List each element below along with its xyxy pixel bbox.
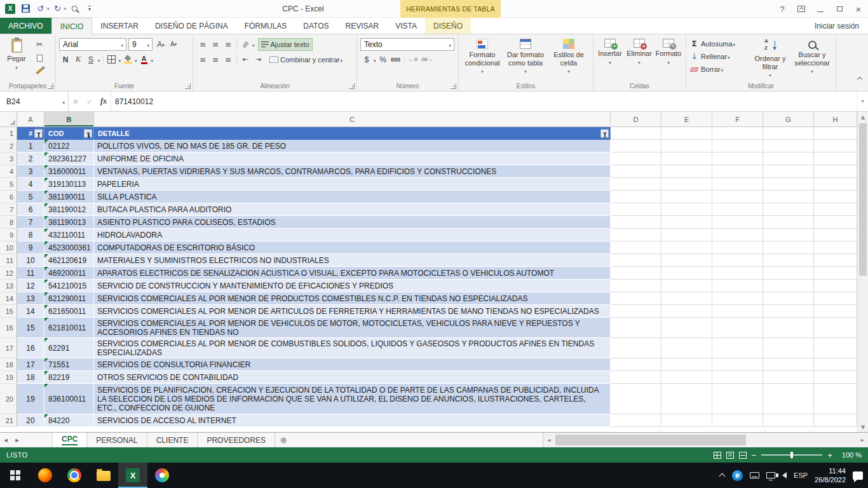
cell-empty[interactable] [661,254,712,267]
cell-empty[interactable] [814,254,857,267]
cell-empty[interactable] [814,371,857,384]
restore-button[interactable] [830,1,849,17]
increase-font-button[interactable]: A [154,38,167,51]
cell-cod[interactable]: 432110011 [44,229,94,241]
cell-empty[interactable] [763,165,814,178]
cell-detalle[interactable]: BUTACA PLASTICA PARA AUDITORIO [94,203,611,216]
action-center-icon[interactable] [853,471,863,480]
cell-num[interactable]: 5 [17,191,44,203]
normal-view-button[interactable] [714,452,721,459]
cell-num[interactable]: 10 [17,254,44,267]
zoom-slider[interactable] [761,454,822,456]
cell-empty[interactable] [814,127,857,140]
cell-num[interactable]: 13 [17,292,44,305]
scroll-down-arrow[interactable]: ▼ [858,422,868,432]
cell-empty[interactable] [611,358,661,371]
align-top-button[interactable]: ≡ [196,38,209,51]
cell-empty[interactable] [661,241,712,254]
page-layout-view-button[interactable] [726,452,734,459]
cell-empty[interactable] [611,267,661,280]
borders-button[interactable] [105,53,118,66]
cell-empty[interactable] [712,178,763,191]
row-number[interactable]: 21 [0,414,17,427]
cell-detalle[interactable]: PAPELERIA [94,178,611,191]
align-left-button[interactable]: ≡ [196,53,209,66]
cell-empty[interactable] [661,305,712,318]
cell-num[interactable]: 3 [17,165,44,178]
column-header-g[interactable]: G [763,112,814,126]
format-as-table-button[interactable]: Dar formato como tabla [504,36,547,79]
undo-dropdown[interactable]: ▾ [47,6,50,11]
cell-num[interactable]: 7 [17,216,44,229]
cell-empty[interactable] [611,318,661,338]
cell-empty[interactable] [712,371,763,384]
underline-button[interactable]: S [85,53,97,66]
number-format-select[interactable]: Texto [360,38,454,51]
accounting-format-button[interactable]: $ [360,53,373,66]
cell-num[interactable]: 9 [17,241,44,254]
cell-detalle[interactable]: SERVICIO DE CONSTRUCCION Y MANTENIMIENTO… [94,280,611,292]
cell-empty[interactable] [611,305,661,318]
cell-empty[interactable] [814,140,857,152]
ribbon-tab-revisar[interactable]: REVISAR [337,18,388,34]
cell-empty[interactable] [814,152,857,165]
cell-empty[interactable] [712,229,763,241]
cell-cod[interactable]: 319130113 [44,178,94,191]
hidden-icons-chevron[interactable] [720,473,725,478]
taskbar-clock[interactable]: 11:44 26/8/2022 [815,466,846,485]
percent-style-button[interactable]: % [377,53,390,66]
filter-button-cod[interactable] [84,130,92,138]
row-number[interactable]: 5 [0,178,17,191]
cell-detalle[interactable]: SERVICIOS COMERCIALES AL POR MENOR DE CO… [94,338,611,358]
header-cell-detalle[interactable]: DETALLE [94,127,611,140]
cell-empty[interactable] [712,165,763,178]
column-header-d[interactable]: D [611,112,661,126]
font-size-select[interactable]: 9 [128,38,153,51]
header-cell-cod[interactable]: COD [44,127,94,140]
taskbar-paint[interactable] [147,463,177,488]
sheet-tab-personal[interactable]: PERSONAL [87,433,147,447]
cell-num[interactable]: 18 [17,371,44,384]
cell-detalle[interactable]: SERVICIOS DE CONSULTORIA FINANCIER [94,358,611,371]
close-button[interactable]: × [849,1,868,17]
page-break-view-button[interactable] [739,452,747,459]
cell-empty[interactable] [763,338,814,358]
increase-indent-button[interactable]: ⇥ [252,53,264,66]
horizontal-scrollbar-thumb[interactable] [555,435,746,445]
cell-empty[interactable] [661,127,712,140]
cell-empty[interactable] [814,191,857,203]
cell-empty[interactable] [814,229,857,241]
name-box[interactable]: B24 [0,92,69,111]
cell-cod[interactable]: 62291 [44,338,94,358]
bold-button[interactable]: N [59,53,72,66]
fill-button[interactable]: ↓ Rellenar [688,50,749,63]
cell-empty[interactable] [661,414,712,427]
filter-button-detalle[interactable] [600,130,609,138]
cell-empty[interactable] [814,292,857,305]
cell-empty[interactable] [611,254,661,267]
cell-empty[interactable] [712,280,763,292]
cell-cod[interactable]: 621290011 [44,292,94,305]
cell-empty[interactable] [814,280,857,292]
cell-empty[interactable] [763,292,814,305]
cell-empty[interactable] [763,267,814,280]
align-center-button[interactable]: ≡ [209,53,222,66]
cell-empty[interactable] [611,216,661,229]
cell-empty[interactable] [763,371,814,384]
autosum-button[interactable]: Σ Autosuma [688,37,749,50]
enter-button[interactable]: ✓ [83,97,97,106]
network-icon[interactable] [766,472,775,478]
paste-button[interactable]: Pegar [2,36,31,79]
row-number[interactable]: 8 [0,216,17,229]
find-select-button[interactable]: Buscar y seleccionar [791,36,833,79]
cell-cod[interactable]: 381190011 [44,191,94,203]
volume-icon[interactable] [782,472,787,478]
cell-empty[interactable] [763,191,814,203]
cell-num[interactable]: 17 [17,358,44,371]
minimize-button[interactable] [811,1,830,17]
row-number[interactable]: 4 [0,165,17,178]
cell-empty[interactable] [611,191,661,203]
cell-cod[interactable]: 621810011 [44,318,94,338]
row-number[interactable]: 12 [0,267,17,280]
cell-empty[interactable] [814,178,857,191]
